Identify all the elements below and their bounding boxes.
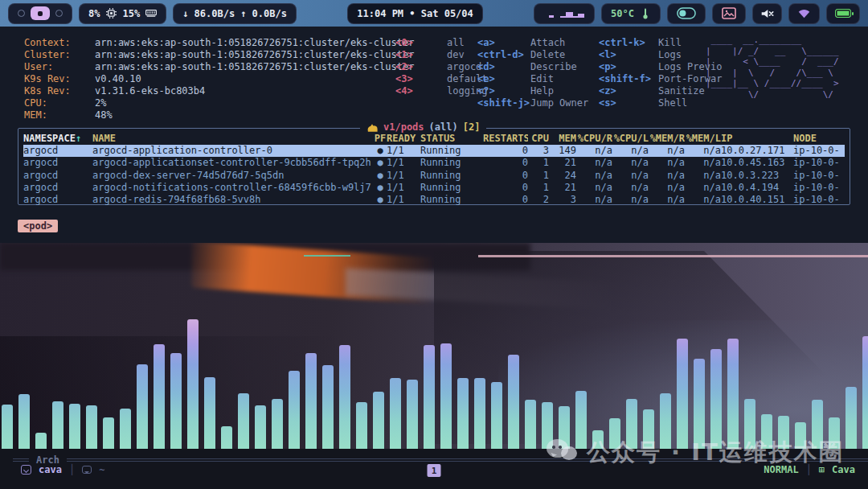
cell: n/a xyxy=(685,157,721,169)
temperature-widget: 50°C xyxy=(601,3,661,24)
cava-bar xyxy=(407,380,418,449)
action-hotkey-label: Help xyxy=(530,85,554,97)
cava-bar xyxy=(424,345,435,449)
table-row[interactable]: argocdargocd-dex-server-74d5d76d7-5q5dn●… xyxy=(23,170,845,182)
action-hotkey-key: <a> xyxy=(477,37,530,49)
column-header-ready[interactable]: READY xyxy=(387,133,420,145)
column-header-cpul[interactable]: %CPU/L xyxy=(612,133,649,145)
info-value: 48% xyxy=(95,109,113,121)
info-value: v0.40.10 xyxy=(95,73,141,85)
action-hotkey-label: Jump Owner xyxy=(530,97,588,109)
table-row[interactable]: argocdargocd-applicationset-controller-9… xyxy=(23,157,845,169)
action-hotkey-row: <shift-f>Port-Forwar xyxy=(599,73,722,85)
namespace-hotkey-key: <2> xyxy=(395,61,447,73)
cell: n/a xyxy=(612,170,649,182)
cava-bar xyxy=(862,336,868,449)
temperature-value: 50°C xyxy=(611,8,634,19)
cell: argocd xyxy=(23,145,92,157)
wechat-icon xyxy=(547,439,579,466)
cell: argocd xyxy=(23,182,92,194)
column-header-cpur[interactable]: %CPU/R xyxy=(576,133,612,145)
workspace-dot-icon[interactable] xyxy=(55,10,63,17)
column-header-restarts[interactable]: RESTARTS xyxy=(483,133,528,145)
separator: │ xyxy=(69,464,75,475)
column-header-status[interactable]: STATUS xyxy=(420,133,483,145)
wifi-widget[interactable] xyxy=(788,3,820,24)
cava-bar xyxy=(440,343,452,449)
cava-bar xyxy=(289,371,300,449)
cell: n/a xyxy=(612,145,649,157)
column-header-node[interactable]: NODE xyxy=(793,133,845,145)
workspace-dot-icon[interactable] xyxy=(18,10,25,17)
cell: argocd-dex-server-74d5d76d7-5q5dn xyxy=(92,170,374,182)
column-header-cpu[interactable]: CPU xyxy=(528,133,549,145)
cava-bar xyxy=(137,364,148,449)
cava-bar xyxy=(187,319,199,449)
k9s-info-row: K8s Rev:v1.31.6-eks-bc803b4 xyxy=(24,85,414,97)
table-row[interactable]: argocdargocd-redis-794f68fb68-5vv8h●1/1R… xyxy=(23,194,845,206)
cava-bar xyxy=(69,404,80,449)
cell: 149 xyxy=(549,145,576,157)
cell: Running xyxy=(420,145,483,157)
cell: n/a xyxy=(612,194,649,206)
cell: 10.0.27.171 xyxy=(721,145,793,157)
action-hotkey-row: <l>Logs xyxy=(599,49,722,61)
info-label: K9s Rev: xyxy=(24,73,95,85)
watermark-text: 公众号 · IT运维技术圈 xyxy=(587,437,844,469)
k9s-info-row: Cluster:arn:aws:eks:ap-south-1:051826726… xyxy=(24,49,414,61)
column-header-namespace[interactable]: NAMESPACE↑ xyxy=(23,133,92,145)
k9s-ascii-logo: ____ __.________ | |/ _/ __ \______ | < … xyxy=(706,35,839,100)
table-row[interactable]: argocdargocd-notifications-controller-68… xyxy=(23,182,845,194)
action-hotkey-key: <l> xyxy=(599,49,658,61)
namespace-hotkey-key: <0> xyxy=(395,37,447,49)
cell: 24 xyxy=(549,170,576,182)
toggle-icon xyxy=(677,7,696,19)
network-speed-widget: ↓ 86.0B/s ↑ 0.0B/s xyxy=(173,3,297,24)
cell: argocd xyxy=(23,170,92,182)
cell: 3 xyxy=(549,194,576,206)
namespace-hotkey-row: <2>argocd xyxy=(395,61,488,73)
speaker-muted-icon xyxy=(760,8,774,19)
cell: 0 xyxy=(483,182,528,194)
k9s-info-row: CPU:2% xyxy=(24,97,414,109)
cava-bar xyxy=(474,378,485,449)
toggle-widget[interactable] xyxy=(667,3,706,24)
workspace-active-icon[interactable] xyxy=(31,6,50,20)
dog-icon xyxy=(366,123,379,133)
cell: argocd xyxy=(23,157,92,169)
chat-bubble-icon[interactable] xyxy=(82,466,92,474)
volume-widget[interactable] xyxy=(752,3,782,24)
action-hotkey-row: <?>Help xyxy=(477,85,588,97)
k9s-info-row: Context:arn:aws:eks:ap-south-1:051826726… xyxy=(24,37,414,49)
namespace-hotkey-label: all xyxy=(447,37,465,49)
rule-line xyxy=(13,458,29,462)
cava-bar xyxy=(103,417,114,449)
column-header-name[interactable]: NAME xyxy=(92,133,374,145)
column-header-meml[interactable]: %MEM/L xyxy=(685,133,721,145)
namespace-hotkey-key: <1> xyxy=(395,49,447,61)
column-header-mem[interactable]: MEM xyxy=(549,133,576,145)
action-hotkey-label: Describe xyxy=(530,61,577,73)
k9s-action-hotkeys-a: <a>Attach<ctrl-d>Delete<d>Describe<e>Edi… xyxy=(477,37,588,109)
wallpaper-widget[interactable] xyxy=(712,3,746,24)
upload-speed: ↑ 0.0B/s xyxy=(240,8,287,19)
workspace-switcher xyxy=(8,3,72,24)
column-header-pf[interactable]: PF xyxy=(374,133,387,145)
active-app-name[interactable]: cava xyxy=(39,464,62,475)
cava-bar xyxy=(86,405,97,449)
column-header-memr[interactable]: %MEM/R xyxy=(649,133,685,145)
cell: 1 xyxy=(528,157,549,169)
cava-bar xyxy=(845,387,857,449)
namespace-hotkey-row: <4>logging xyxy=(395,85,488,97)
column-header-ip[interactable]: IP xyxy=(721,133,793,145)
action-hotkey-key: <ctrl-d> xyxy=(477,49,530,61)
cell: n/a xyxy=(649,170,685,182)
table-row[interactable]: argocdargocd-application-controller-0●1/… xyxy=(23,145,845,157)
k9s-namespace-hotkeys: <0>all<1>dev<2>argocd<3>default<4>loggin… xyxy=(395,37,488,97)
waveform-widget xyxy=(534,3,595,24)
cell: Running xyxy=(420,157,483,169)
action-hotkey-row: <e>Edit xyxy=(477,73,588,85)
k9s-action-hotkeys-b: <ctrl-k>Kill<l>Logs<p>Logs Previo<shift-… xyxy=(599,37,722,109)
cell: argocd-applicationset-controller-9cbb56d… xyxy=(92,157,374,169)
tmux-window-badge[interactable]: 1 xyxy=(428,464,441,477)
